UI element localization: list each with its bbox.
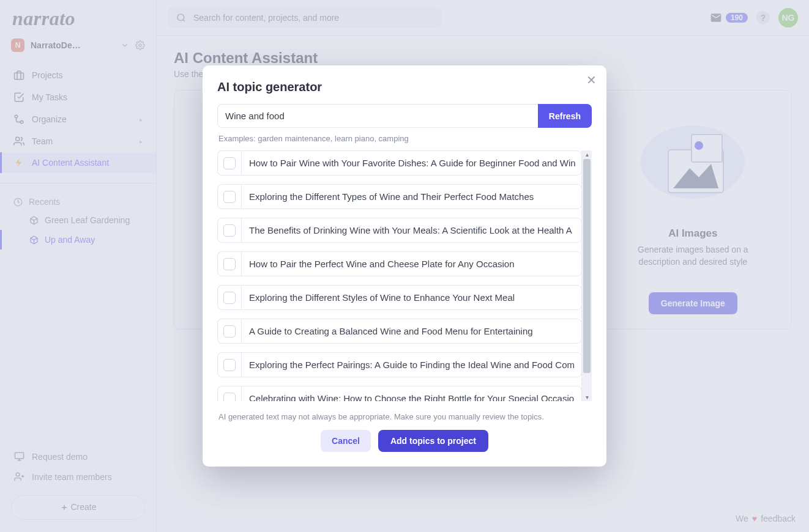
close-icon[interactable]: ✕ [586,74,597,86]
ai-topic-generator-modal: ✕ AI topic generator Refresh Examples: g… [203,65,606,467]
result-checkbox[interactable] [217,352,241,377]
scrollbar-thumb[interactable] [583,159,591,373]
result-text[interactable]: Exploring the Perfect Pairings: A Guide … [241,352,582,377]
result-checkbox[interactable] [217,285,241,310]
scroll-down-icon[interactable]: ▾ [582,394,592,401]
result-row: How to Pair Wine with Your Favorite Dish… [217,150,582,175]
result-text[interactable]: The Benefits of Drinking Wine with Your … [241,218,582,243]
results-container: How to Pair Wine with Your Favorite Dish… [217,150,592,401]
result-checkbox[interactable] [217,218,241,243]
result-row: A Guide to Creating a Balanced Wine and … [217,319,582,344]
topic-input[interactable] [217,104,538,128]
result-text[interactable]: Exploring the Different Types of Wine an… [241,184,582,209]
result-text[interactable]: Exploring the Different Styles of Wine t… [241,285,582,310]
result-row: How to Pair the Perfect Wine and Cheese … [217,251,582,276]
result-text[interactable]: How to Pair the Perfect Wine and Cheese … [241,251,582,276]
cancel-button[interactable]: Cancel [321,430,371,452]
scrollbar-track[interactable]: ▴ ▾ [581,150,592,401]
modal-title: AI topic generator [217,80,592,94]
modal-actions: Cancel Add topics to project [217,430,592,452]
result-checkbox[interactable] [217,150,241,175]
refresh-button[interactable]: Refresh [538,104,592,128]
topic-input-row: Refresh [217,104,592,128]
result-row: Exploring the Different Styles of Wine t… [217,285,582,310]
result-row: The Benefits of Drinking Wine with Your … [217,218,582,243]
add-topics-button[interactable]: Add topics to project [378,430,488,452]
result-checkbox[interactable] [217,251,241,276]
result-row: Exploring the Perfect Pairings: A Guide … [217,352,582,377]
disclaimer-text: AI generated text may not always be appr… [218,412,591,421]
result-checkbox[interactable] [217,319,241,344]
result-row: Exploring the Different Types of Wine an… [217,184,582,209]
result-row: Celebrating with Wine: How to Choose the… [217,386,582,401]
result-text[interactable]: How to Pair Wine with Your Favorite Dish… [241,150,582,175]
examples-hint: Examples: garden maintenance, learn pian… [218,134,591,143]
scroll-up-icon[interactable]: ▴ [582,151,592,158]
result-text[interactable]: Celebrating with Wine: How to Choose the… [241,386,582,401]
result-checkbox[interactable] [217,386,241,401]
results-list: How to Pair Wine with Your Favorite Dish… [217,150,592,401]
result-checkbox[interactable] [217,184,241,209]
result-text[interactable]: A Guide to Creating a Balanced Wine and … [241,319,582,344]
